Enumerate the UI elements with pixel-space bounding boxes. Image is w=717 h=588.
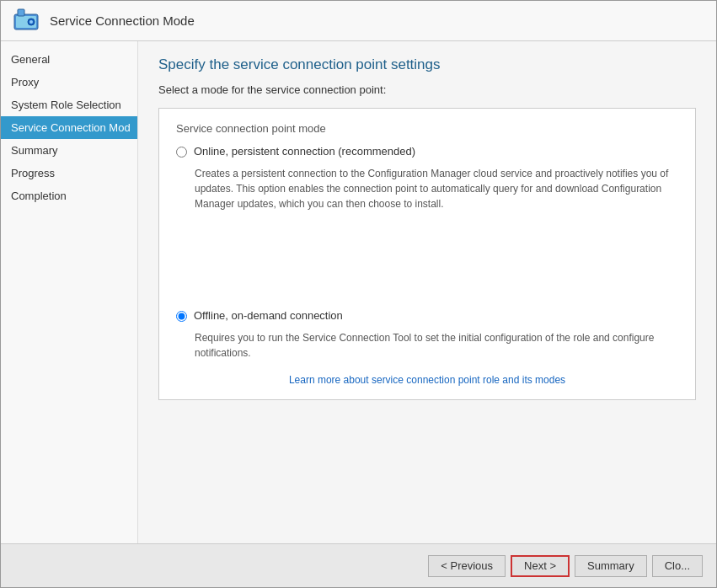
summary-button[interactable]: Summary xyxy=(575,555,647,577)
content-area: General Proxy System Role Selection Serv… xyxy=(1,41,716,543)
sidebar-item-completion[interactable]: Completion xyxy=(1,184,137,207)
offline-radio[interactable] xyxy=(176,311,187,322)
svg-point-4 xyxy=(29,20,33,24)
offline-radio-label[interactable]: Offline, on-demand connection xyxy=(194,309,343,322)
online-option-description: Creates a persistent connection to the C… xyxy=(195,166,678,211)
close-button[interactable]: Clo... xyxy=(652,555,703,577)
offline-option-description: Requires you to run the Service Connecti… xyxy=(195,330,678,361)
service-connection-panel: Service connection point mode Online, pe… xyxy=(158,108,696,400)
svg-rect-2 xyxy=(18,9,24,16)
sidebar-item-general[interactable]: General xyxy=(1,48,137,71)
app-icon xyxy=(11,6,41,36)
previous-button[interactable]: < Previous xyxy=(428,555,506,577)
title-bar-text: Service Connection Mode xyxy=(50,13,195,28)
page-title: Specify the service connection point set… xyxy=(158,56,696,73)
next-button[interactable]: Next > xyxy=(511,555,570,577)
sidebar-item-proxy[interactable]: Proxy xyxy=(1,71,137,94)
main-content-area: Specify the service connection point set… xyxy=(138,41,716,543)
panel-title: Service connection point mode xyxy=(176,122,678,135)
online-radio-label[interactable]: Online, persistent connection (recommend… xyxy=(194,145,415,158)
learn-more-link[interactable]: Learn more about service connection poin… xyxy=(176,374,678,386)
main-body: Select a mode for the service connection… xyxy=(138,83,716,543)
instruction-text: Select a mode for the service connection… xyxy=(158,83,696,96)
footer-bar: < Previous Next > Summary Clo... xyxy=(1,543,716,587)
sidebar: General Proxy System Role Selection Serv… xyxy=(1,41,138,543)
sidebar-item-service-connection-mode[interactable]: Service Connection Mod xyxy=(1,116,137,139)
offline-option-row: Offline, on-demand connection xyxy=(176,309,678,322)
main-window: Service Connection Mode General Proxy Sy… xyxy=(0,0,717,588)
main-header: Specify the service connection point set… xyxy=(138,41,716,83)
sidebar-item-progress[interactable]: Progress xyxy=(1,162,137,184)
sidebar-item-summary[interactable]: Summary xyxy=(1,139,137,162)
sidebar-item-system-role-selection[interactable]: System Role Selection xyxy=(1,94,137,116)
online-radio[interactable] xyxy=(176,147,187,158)
title-bar: Service Connection Mode xyxy=(1,1,716,41)
option-spacer xyxy=(176,225,678,309)
online-option-row: Online, persistent connection (recommend… xyxy=(176,145,678,158)
